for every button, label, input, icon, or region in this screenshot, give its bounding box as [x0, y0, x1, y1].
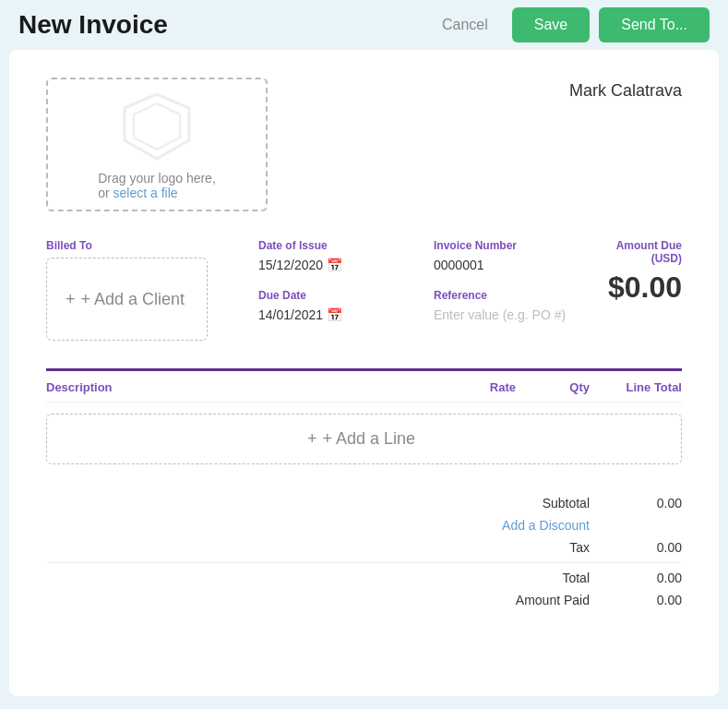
plus-icon-line: + — [307, 429, 317, 449]
save-button[interactable]: Save — [512, 7, 590, 42]
tax-label: Tax — [442, 540, 608, 555]
total-value: 0.00 — [608, 571, 682, 585]
logo-dropzone[interactable]: Drag your logo here, or select a file — [46, 78, 268, 211]
dates-section: Date of Issue 15/12/2020 📅 Due Date 14/0… — [258, 239, 406, 322]
company-name: Mark Calatrava — [569, 78, 682, 101]
billed-to-section: Billed To + + Add a Client — [46, 239, 231, 341]
amount-due-value: $0.00 — [600, 270, 682, 305]
reference-input[interactable]: Enter value (e.g. PO #) — [434, 307, 581, 322]
add-discount-button[interactable]: Add a Discount — [442, 518, 608, 533]
calendar-icon-due[interactable]: 📅 — [327, 307, 342, 322]
header: New Invoice Cancel Save Send To... — [0, 0, 728, 50]
send-button[interactable]: Send To... — [599, 7, 710, 42]
col-description-header: Description — [46, 380, 424, 394]
date-of-issue-label: Date of Issue — [258, 239, 406, 252]
invoice-number-value: 0000001 — [434, 258, 581, 272]
col-rate-header: Rate — [424, 380, 516, 394]
tax-value: 0.00 — [608, 540, 682, 555]
plus-icon: + — [66, 290, 76, 309]
fields-row: Billed To + + Add a Client Date of Issue… — [46, 239, 682, 341]
subtotal-value: 0.00 — [608, 496, 682, 511]
page-title: New Invoice — [18, 10, 427, 40]
header-actions: Cancel Save Send To... — [427, 7, 710, 42]
subtotal-row: Subtotal 0.00 — [46, 492, 682, 514]
reference-label: Reference — [434, 289, 581, 302]
amount-paid-row: Amount Paid 0.00 — [46, 589, 682, 611]
invoice-number-label: Invoice Number — [434, 239, 581, 252]
total-label: Total — [442, 571, 608, 585]
add-client-button[interactable]: + + Add a Client — [46, 258, 208, 341]
totals-section: Subtotal 0.00 Add a Discount Tax 0.00 To… — [46, 483, 682, 611]
discount-value — [608, 518, 682, 533]
billed-to-label: Billed To — [46, 239, 231, 252]
col-line-total-header: Line Total — [590, 380, 682, 394]
amount-paid-label: Amount Paid — [442, 593, 608, 607]
svg-marker-1 — [134, 103, 180, 150]
top-row: Drag your logo here, or select a file Ma… — [46, 78, 682, 211]
date-of-issue-value: 15/12/2020 📅 — [258, 258, 406, 272]
due-date-label: Due Date — [258, 289, 406, 302]
amount-due-section: Amount Due (USD) $0.00 — [600, 239, 682, 305]
logo-placeholder-icon — [120, 90, 194, 163]
discount-row: Add a Discount — [46, 514, 682, 536]
invoice-number-section: Invoice Number 0000001 Reference Enter v… — [434, 239, 581, 322]
total-row: Total 0.00 — [46, 562, 682, 589]
table-header: Description Rate Qty Line Total — [46, 371, 682, 403]
subtotal-label: Subtotal — [442, 496, 608, 511]
col-qty-header: Qty — [516, 380, 590, 394]
tax-row: Tax 0.00 — [46, 536, 682, 559]
amount-due-label: Amount Due (USD) — [600, 239, 682, 265]
logo-drag-text: Drag your logo here, or select a file — [98, 171, 216, 200]
amount-paid-value: 0.00 — [608, 593, 682, 607]
logo-select-link[interactable]: select a file — [113, 186, 178, 200]
cancel-button[interactable]: Cancel — [427, 9, 503, 41]
calendar-icon-issue[interactable]: 📅 — [327, 258, 342, 272]
add-line-button[interactable]: + + Add a Line — [46, 414, 682, 464]
due-date-value: 14/01/2021 📅 — [258, 307, 406, 322]
invoice-card: Drag your logo here, or select a file Ma… — [9, 50, 719, 696]
